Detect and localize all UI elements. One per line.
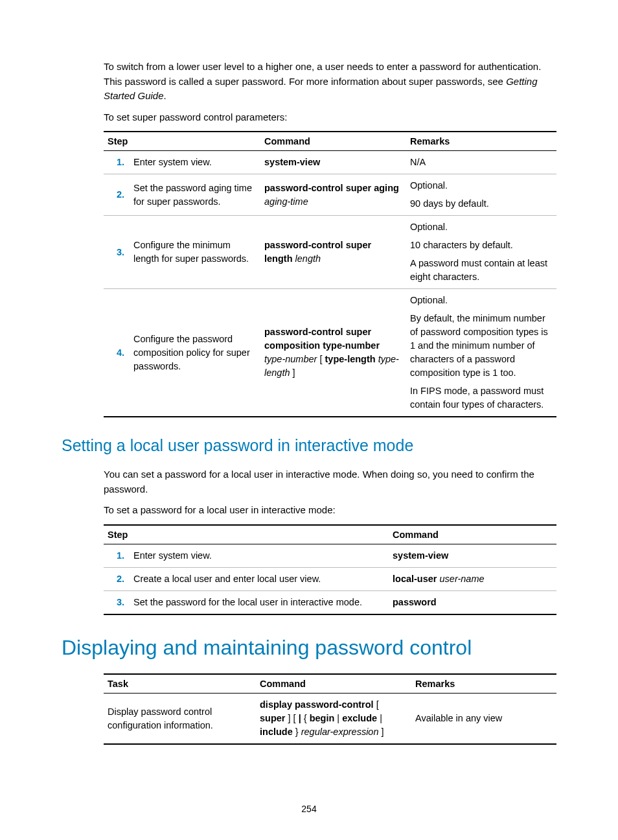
- th-command: Command: [389, 525, 556, 544]
- table-row: 3. Set the password for the local user i…: [104, 591, 556, 615]
- intro-paragraph: To switch from a lower user level to a h…: [104, 60, 556, 104]
- local-user-table: Step Command 1. Enter system view. syste…: [104, 524, 556, 615]
- step-remarks: Optional. By default, the minimum number…: [406, 289, 556, 417]
- th-remarks: Remarks: [406, 132, 556, 151]
- table-row: 1. Enter system view. system-view N/A: [104, 151, 556, 174]
- th-step: Step: [104, 132, 260, 151]
- step-desc: Configure the password composition polic…: [130, 289, 260, 417]
- task-desc: Display password control configuration i…: [104, 694, 256, 745]
- table-row: Display password control configuration i…: [104, 694, 556, 745]
- th-task: Task: [104, 674, 256, 694]
- step-remarks: N/A: [406, 151, 556, 174]
- intro-text-b: .: [164, 90, 166, 101]
- step-number: 1.: [104, 544, 130, 567]
- table-row: 4. Configure the password composition po…: [104, 289, 556, 417]
- table-row: 2. Set the password aging time for super…: [104, 174, 556, 216]
- intro-lead: To set super password control parameters…: [104, 110, 556, 125]
- task-command: display password-control [ super ] [ | {…: [256, 694, 411, 745]
- step-remarks: Optional. 10 characters by default. A pa…: [406, 216, 556, 289]
- step-command: system-view: [389, 544, 556, 567]
- step-command: local-user user-name: [389, 568, 556, 591]
- section2-lead: To set a password for a local user in in…: [104, 503, 556, 518]
- step-command: password-control super length length: [260, 216, 406, 289]
- th-remarks: Remarks: [411, 674, 556, 694]
- step-command: password-control super aging aging-time: [260, 174, 406, 216]
- th-command: Command: [256, 674, 411, 694]
- step-desc: Create a local user and enter local user…: [130, 568, 389, 591]
- step-number: 3.: [104, 216, 130, 289]
- step-desc: Set the password aging time for super pa…: [130, 174, 260, 216]
- step-number: 3.: [104, 591, 130, 615]
- th-step: Step: [104, 525, 389, 544]
- section2-p1: You can set a password for a local user …: [104, 467, 556, 496]
- page-number: 254: [0, 804, 618, 814]
- heading-local-user-password: Setting a local user password in interac…: [62, 436, 556, 456]
- task-remarks: Available in any view: [411, 694, 556, 745]
- super-password-table: Step Command Remarks 1. Enter system vie…: [104, 131, 556, 417]
- step-number: 2.: [104, 568, 130, 591]
- display-maintain-table: Task Command Remarks Display password co…: [104, 673, 556, 745]
- step-desc: Configure the minimum length for super p…: [130, 216, 260, 289]
- intro-text-a: To switch from a lower user level to a h…: [104, 61, 541, 87]
- step-command: system-view: [260, 151, 406, 174]
- step-remarks: Optional. 90 days by default.: [406, 174, 556, 216]
- step-desc: Enter system view.: [130, 544, 389, 567]
- step-desc: Enter system view.: [130, 151, 260, 174]
- step-desc: Set the password for the local user in i…: [130, 591, 389, 615]
- step-command: password-control super composition type-…: [260, 289, 406, 417]
- heading-displaying-maintaining: Displaying and maintaining password cont…: [62, 635, 556, 660]
- table-row: 2. Create a local user and enter local u…: [104, 568, 556, 591]
- step-number: 2.: [104, 174, 130, 216]
- table-row: 1. Enter system view. system-view: [104, 544, 556, 567]
- step-number: 4.: [104, 289, 130, 417]
- step-command: password: [389, 591, 556, 615]
- step-number: 1.: [104, 151, 130, 174]
- table-row: 3. Configure the minimum length for supe…: [104, 216, 556, 289]
- th-command: Command: [260, 132, 406, 151]
